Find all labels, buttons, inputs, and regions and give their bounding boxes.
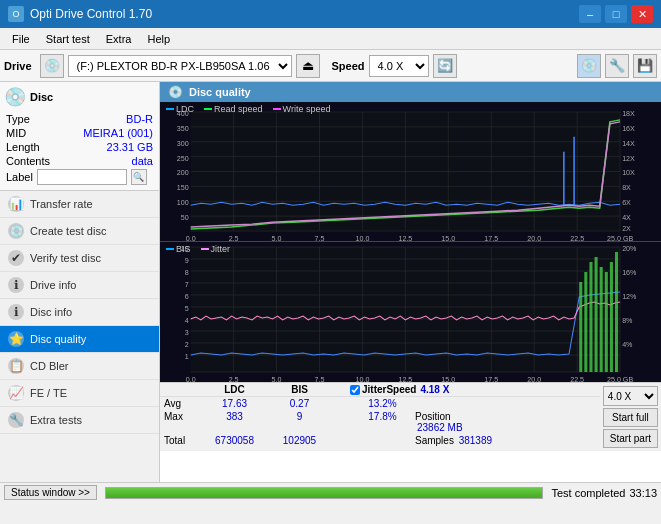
nav-label-cd-bler: CD Bler [30, 360, 69, 372]
menu-file[interactable]: File [4, 31, 38, 47]
svg-text:17.5: 17.5 [484, 376, 498, 382]
start-part-button[interactable]: Start part [603, 429, 658, 448]
length-value: 23.31 GB [107, 141, 153, 153]
label-search-btn[interactable]: 🔍 [131, 169, 147, 185]
avg-jitter: 13.2% [350, 398, 415, 409]
speed-header: Speed 4.18 X [386, 384, 449, 395]
jitter-checkbox[interactable] [350, 385, 360, 395]
speed-select[interactable]: 4.0 X [369, 55, 429, 77]
nav-item-verify-test-disc[interactable]: ✔Verify test disc [0, 245, 159, 272]
bis-header: BIS [267, 384, 332, 395]
status-time: 33:13 [629, 487, 657, 499]
maximize-button[interactable]: □ [605, 5, 627, 23]
nav-item-drive-info[interactable]: ℹDrive info [0, 272, 159, 299]
total-bis: 102905 [267, 435, 332, 446]
nav-item-cd-bler[interactable]: 📋CD Bler [0, 353, 159, 380]
bottom-legend: BIS Jitter [166, 244, 230, 254]
content-area: 💿 Disc quality LDC Read speed [160, 82, 661, 482]
contents-value: data [132, 155, 153, 167]
save-btn[interactable]: 💾 [633, 54, 657, 78]
svg-rect-103 [605, 272, 608, 372]
eject-button[interactable]: ⏏ [296, 54, 320, 78]
svg-text:8X: 8X [622, 184, 631, 191]
svg-text:1: 1 [185, 353, 189, 360]
nav-item-disc-info[interactable]: ℹDisc info [0, 299, 159, 326]
svg-text:12.5: 12.5 [398, 235, 412, 241]
drive-icon-btn[interactable]: 💿 [40, 54, 64, 78]
max-jitter: 17.8% [350, 411, 415, 433]
speed-inline-select[interactable]: 4.0 X [603, 386, 658, 406]
nav-label-disc-quality: Disc quality [30, 333, 86, 345]
samples-value: 381389 [459, 435, 492, 446]
svg-text:3: 3 [185, 329, 189, 336]
svg-text:22.5: 22.5 [570, 376, 584, 382]
nav-item-create-test-disc[interactable]: 💿Create test disc [0, 218, 159, 245]
menu-start-test[interactable]: Start test [38, 31, 98, 47]
refresh-button[interactable]: 🔄 [433, 54, 457, 78]
disc-panel: 💿 Disc Type BD-R MID MEIRA1 (001) Length… [0, 82, 159, 191]
status-window-button[interactable]: Status window >> [4, 485, 97, 500]
type-label: Type [6, 113, 30, 125]
nav-label-drive-info: Drive info [30, 279, 76, 291]
speed-label: Speed [332, 60, 365, 72]
drive-label: Drive [4, 60, 32, 72]
avg-ldc: 17.63 [202, 398, 267, 409]
minimize-button[interactable]: – [579, 5, 601, 23]
svg-text:6X: 6X [622, 199, 631, 206]
nav-icon-disc-quality: ⭐ [8, 331, 24, 347]
menu-extra[interactable]: Extra [98, 31, 140, 47]
sidebar: 💿 Disc Type BD-R MID MEIRA1 (001) Length… [0, 82, 160, 482]
svg-rect-101 [595, 257, 598, 372]
app-icon: O [8, 6, 24, 22]
svg-text:12.5: 12.5 [398, 376, 412, 382]
close-button[interactable]: ✕ [631, 5, 653, 23]
svg-text:7.5: 7.5 [315, 376, 325, 382]
nav-icon-drive-info: ℹ [8, 277, 24, 293]
nav-label-fe-te: FE / TE [30, 387, 67, 399]
menu-help[interactable]: Help [139, 31, 178, 47]
start-full-button[interactable]: Start full [603, 408, 658, 427]
svg-text:10.0: 10.0 [355, 376, 369, 382]
svg-text:350: 350 [177, 125, 189, 132]
length-label: Length [6, 141, 40, 153]
svg-text:2.5: 2.5 [229, 235, 239, 241]
app-title: Opti Drive Control 1.70 [30, 7, 152, 21]
svg-rect-102 [600, 267, 603, 372]
contents-label: Contents [6, 155, 50, 167]
nav-item-transfer-rate[interactable]: 📊Transfer rate [0, 191, 159, 218]
avg-bis: 0.27 [267, 398, 332, 409]
svg-rect-98 [579, 282, 582, 372]
label-input[interactable] [37, 169, 127, 185]
svg-text:6: 6 [185, 293, 189, 300]
nav-item-disc-quality[interactable]: ⭐Disc quality [0, 326, 159, 353]
svg-text:22.5: 22.5 [570, 235, 584, 241]
svg-rect-100 [589, 262, 592, 372]
svg-text:20%: 20% [622, 245, 637, 252]
nav-item-fe-te[interactable]: 📈FE / TE [0, 380, 159, 407]
nav-icon-fe-te: 📈 [8, 385, 24, 401]
checkbox-spacer [332, 384, 350, 395]
bottom-area: LDC BIS Jitter Speed 4.18 X [160, 382, 661, 451]
position-label: Position [415, 411, 451, 422]
ldc-header: LDC [202, 384, 267, 395]
disc-quality-header: 💿 Disc quality [160, 82, 661, 102]
mid-value: MEIRA1 (001) [83, 127, 153, 139]
read-speed-legend-label: Read speed [214, 104, 263, 114]
nav-icon-disc-info: ℹ [8, 304, 24, 320]
max-label: Max [164, 411, 202, 433]
titlebar: O Opti Drive Control 1.70 – □ ✕ [0, 0, 661, 28]
nav-item-extra-tests[interactable]: 🔧Extra tests [0, 407, 159, 434]
svg-text:18X: 18X [622, 110, 635, 117]
avg-label: Avg [164, 398, 202, 409]
drive-select[interactable]: (F:) PLEXTOR BD-R PX-LB950SA 1.06 [68, 55, 292, 77]
svg-text:8: 8 [185, 269, 189, 276]
svg-text:5: 5 [185, 305, 189, 312]
tools-btn[interactable]: 🔧 [605, 54, 629, 78]
svg-text:16X: 16X [622, 125, 635, 132]
bottom-chart-svg: 10 9 8 7 6 5 4 3 2 1 20% 16% [160, 242, 661, 382]
disc-quality-btn[interactable]: 💿 [577, 54, 601, 78]
samples-label: Samples [415, 435, 454, 446]
menubar: File Start test Extra Help [0, 28, 661, 50]
svg-text:0.0: 0.0 [186, 376, 196, 382]
svg-text:25.0 GB: 25.0 GB [607, 235, 634, 241]
